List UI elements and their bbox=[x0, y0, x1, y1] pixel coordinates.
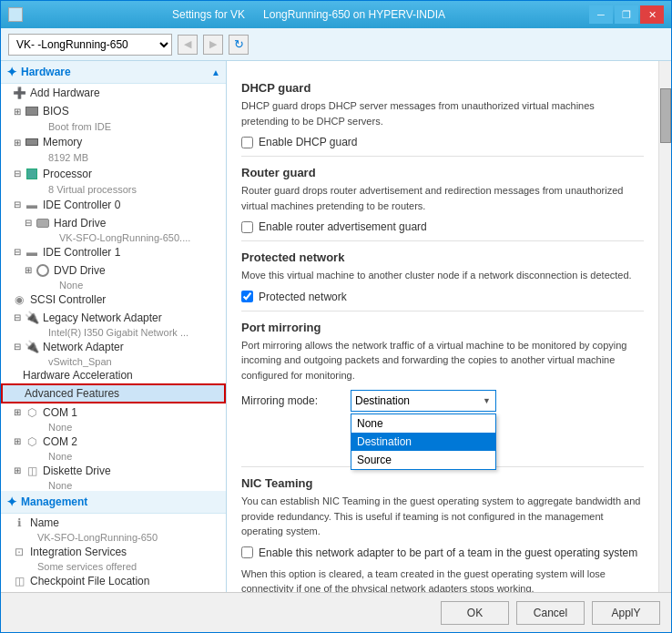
legacy-nic-icon: 🔌 bbox=[25, 311, 39, 325]
close-button[interactable]: ✕ bbox=[640, 5, 664, 24]
sidebar-item-processor[interactable]: ⊟ Processor bbox=[1, 165, 226, 183]
protected-network-checkbox[interactable] bbox=[241, 291, 253, 302]
sidebar-item-advanced-features[interactable]: Advanced Features bbox=[1, 383, 226, 403]
sidebar-item-legacy-nic[interactable]: ⊟ 🔌 Legacy Network Adapter bbox=[1, 309, 226, 327]
right-scrollbar[interactable] bbox=[658, 61, 671, 592]
processor-icon bbox=[25, 167, 39, 181]
sidebar-item-integration[interactable]: ⊡ Integration Services bbox=[1, 543, 226, 561]
protected-network-desc: Move this virtual machine to another clu… bbox=[241, 268, 644, 283]
integration-icon: ⊡ bbox=[12, 545, 26, 559]
minimize-button[interactable]: ─ bbox=[589, 5, 613, 24]
cancel-button[interactable]: Cancel bbox=[516, 601, 585, 625]
title-bar: Settings for VK LongRunning-650 on HYPER… bbox=[1, 1, 671, 28]
dhcp-guard-desc: DHCP guard drops DHCP server messages fr… bbox=[241, 98, 644, 128]
router-guard-title: Router guard bbox=[241, 166, 644, 179]
sidebar-item-com1[interactable]: ⊞ ⬡ COM 1 bbox=[1, 403, 226, 422]
sidebar-item-ide1[interactable]: ⊟ ▬ IDE Controller 1 bbox=[1, 243, 226, 261]
sidebar-item-hw-acceleration[interactable]: Hardware Acceleration bbox=[1, 367, 226, 383]
dropdown-option-destination[interactable]: Destination bbox=[351, 433, 495, 451]
dvd-sublabel: None bbox=[1, 280, 226, 291]
scroll-thumb[interactable] bbox=[660, 88, 671, 143]
com1-sublabel: None bbox=[1, 422, 226, 433]
com2-expand: ⊞ bbox=[12, 436, 23, 447]
dhcp-guard-checkbox-label: Enable DHCP guard bbox=[259, 136, 358, 148]
protected-network-checkbox-row: Protected network bbox=[241, 291, 644, 303]
nic-teaming-checkbox-row: Enable this network adapter to be part o… bbox=[241, 546, 644, 559]
divider-3 bbox=[241, 311, 644, 311]
memory-sublabel: 8192 MB bbox=[1, 151, 226, 164]
sidebar-item-add-hardware[interactable]: ➕ Add Hardware bbox=[1, 84, 226, 102]
nic-teaming-checkbox[interactable] bbox=[241, 546, 253, 558]
divider-1 bbox=[241, 156, 644, 157]
router-guard-checkbox-label: Enable router advertisement guard bbox=[259, 220, 427, 233]
dropdown-option-source[interactable]: Source bbox=[351, 451, 495, 469]
sidebar-item-name[interactable]: ℹ Name bbox=[1, 514, 226, 532]
mirror-mode-row: Mirroring mode: None Destination Source … bbox=[241, 390, 644, 412]
name-icon: ℹ bbox=[12, 516, 26, 530]
sidebar-item-hard-drive[interactable]: ⊟ Hard Drive bbox=[1, 214, 226, 232]
com2-sublabel: None bbox=[1, 451, 226, 462]
title-bar-text: Settings for VK LongRunning-650 on HYPER… bbox=[28, 8, 589, 21]
sidebar-item-network-adapter[interactable]: ⊟ 🔌 Network Adapter bbox=[1, 338, 226, 356]
nic-teaming-checkbox-label: Enable this network adapter to be part o… bbox=[259, 546, 637, 559]
sidebar-item-com2[interactable]: ⊞ ⬡ COM 2 bbox=[1, 433, 226, 451]
bios-expand: ⊞ bbox=[12, 106, 23, 117]
ok-button[interactable]: OK bbox=[441, 601, 509, 625]
hdd-expand: ⊟ bbox=[23, 218, 34, 229]
title-bar-buttons: ─ ❐ ✕ bbox=[589, 5, 664, 24]
vm-select[interactable]: VK- -LongRunning-650 bbox=[8, 34, 172, 56]
add-hardware-icon: ➕ bbox=[12, 86, 26, 100]
mirror-mode-select[interactable]: None Destination Source bbox=[351, 390, 496, 412]
ide1-expand: ⊟ bbox=[12, 247, 23, 258]
refresh-button[interactable]: ↻ bbox=[229, 35, 249, 55]
memory-icon bbox=[25, 135, 39, 149]
checkpoint-icon: ◫ bbox=[12, 574, 26, 588]
sidebar-item-dvd[interactable]: ⊞ DVD Drive bbox=[1, 261, 226, 280]
sidebar-item-bios[interactable]: ⊞ BIOS bbox=[1, 102, 226, 120]
left-panel: ✦ Hardware ▲ ➕ Add Hardware ⊞ BIOS Boot … bbox=[1, 61, 227, 592]
bottom-bar: OK Cancel ApplY bbox=[1, 592, 671, 632]
hdd-sublabel: VK-SFO-LongRunning-650.... bbox=[1, 232, 226, 243]
name-sublabel: VK-SFO-LongRunning-650 bbox=[1, 532, 226, 543]
mirror-dropdown-list: None Destination Source bbox=[351, 413, 496, 470]
divider-2 bbox=[241, 240, 644, 241]
ide0-icon: ▬ bbox=[25, 198, 39, 212]
port-mirroring-desc: Port mirroring allows the network traffi… bbox=[241, 338, 644, 383]
memory-expand: ⊞ bbox=[12, 137, 23, 148]
integration-sublabel: Some services offered bbox=[1, 561, 226, 572]
ide0-expand: ⊟ bbox=[12, 199, 23, 210]
bios-sublabel: Boot from IDE bbox=[1, 120, 226, 133]
dhcp-guard-checkbox[interactable] bbox=[241, 137, 253, 148]
collapse-icon: ▲ bbox=[211, 67, 220, 77]
sidebar-item-scsi[interactable]: ◉ SCSI Controller bbox=[1, 291, 226, 309]
dropdown-option-none[interactable]: None bbox=[351, 414, 495, 433]
com1-expand: ⊞ bbox=[12, 407, 23, 418]
com2-icon: ⬡ bbox=[25, 434, 39, 449]
forward-button[interactable]: ▶ bbox=[203, 35, 223, 55]
restore-button[interactable]: ❐ bbox=[615, 5, 638, 24]
legacy-nic-expand: ⊟ bbox=[12, 312, 23, 323]
right-panel-wrapper: DHCP guard DHCP guard drops DHCP server … bbox=[227, 61, 671, 592]
nic-icon: 🔌 bbox=[25, 340, 39, 354]
router-guard-checkbox-row: Enable router advertisement guard bbox=[241, 220, 644, 233]
nic-teaming-extra-desc: When this option is cleared, a team crea… bbox=[241, 567, 644, 593]
management-section-header[interactable]: ✦ Management bbox=[1, 491, 226, 514]
back-button[interactable]: ◀ bbox=[178, 35, 198, 55]
nic-teaming-title: NIC Teaming bbox=[241, 476, 644, 490]
ide1-icon: ▬ bbox=[25, 245, 39, 260]
sidebar-item-checkpoint[interactable]: ◫ Checkpoint File Location bbox=[1, 572, 226, 590]
hardware-section-header[interactable]: ✦ Hardware ▲ bbox=[1, 61, 226, 84]
sidebar-item-ide0[interactable]: ⊟ ▬ IDE Controller 0 bbox=[1, 196, 226, 214]
dhcp-guard-checkbox-row: Enable DHCP guard bbox=[241, 136, 644, 148]
apply-button[interactable]: ApplY bbox=[592, 601, 660, 625]
diskette-expand: ⊞ bbox=[12, 465, 23, 476]
nic-expand: ⊟ bbox=[12, 342, 23, 352]
dhcp-guard-title: DHCP guard bbox=[241, 81, 644, 95]
sidebar-item-diskette[interactable]: ⊞ ◫ Diskette Drive bbox=[1, 462, 226, 480]
scsi-icon: ◉ bbox=[12, 292, 26, 307]
legacy-nic-sublabel: Intel(R) I350 Gigabit Network ... bbox=[1, 327, 226, 338]
hdd-icon bbox=[36, 216, 50, 230]
port-mirroring-title: Port mirroring bbox=[241, 321, 644, 334]
router-guard-checkbox[interactable] bbox=[241, 221, 253, 233]
sidebar-item-memory[interactable]: ⊞ Memory bbox=[1, 133, 226, 151]
